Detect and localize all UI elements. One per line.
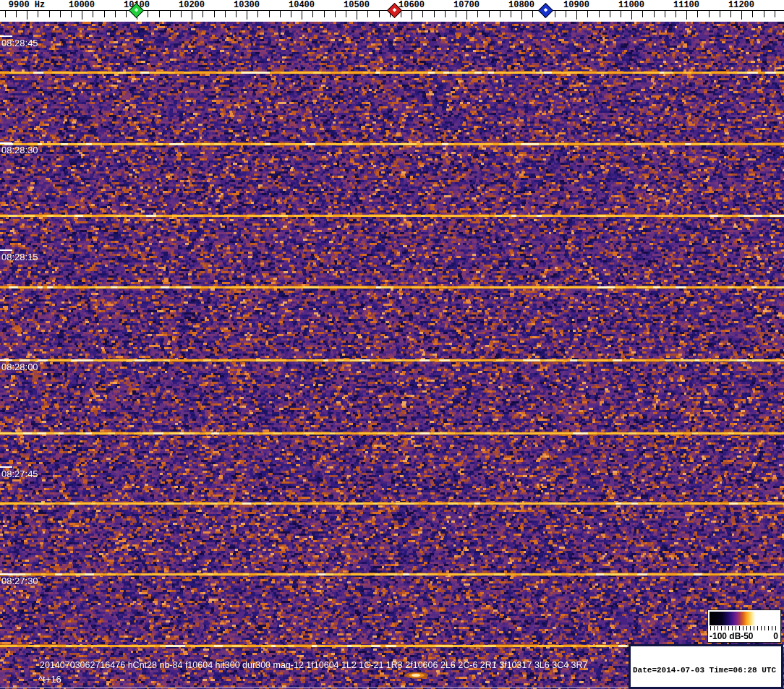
ruler-minor-tick — [181, 11, 182, 17]
ruler-minor-tick — [236, 11, 237, 17]
ruler-minor-tick — [587, 11, 588, 17]
ruler-minor-tick — [38, 11, 38, 17]
ruler-minor-tick — [346, 11, 346, 17]
ruler-minor-tick — [477, 11, 478, 17]
ruler-minor-tick — [60, 11, 61, 17]
ruler-major-tick — [686, 11, 687, 20]
ruler-minor-tick — [555, 11, 555, 17]
ruler-minor-tick — [665, 11, 665, 17]
ruler-minor-tick — [16, 11, 17, 17]
colorbar-gradient — [710, 612, 779, 625]
marker-blue-diamond[interactable] — [538, 3, 553, 18]
ruler-minor-tick — [445, 11, 446, 17]
ruler-major-tick — [247, 11, 247, 20]
ruler-label: 10200 — [179, 0, 205, 10]
ruler-minor-tick — [456, 11, 456, 17]
ruler-minor-tick — [697, 11, 698, 17]
ruler-minor-tick — [104, 11, 105, 17]
marker-blue-dot — [544, 8, 548, 12]
info-date-time: Date=2014-07-03 Time=06:28 UTC — [633, 666, 779, 675]
ruler-label: 11200 — [728, 0, 754, 10]
ruler-minor-tick — [126, 11, 127, 17]
marker-green-dot — [135, 8, 139, 12]
ruler-label: 10500 — [344, 0, 370, 10]
ruler-minor-tick — [434, 11, 435, 17]
spectrogram-canvas — [0, 22, 784, 689]
ruler-minor-tick — [280, 11, 281, 17]
ruler-minor-tick — [532, 11, 533, 17]
colorbar-label-mid: -50 — [741, 631, 753, 641]
colorbar-ticks — [710, 626, 779, 630]
ruler-minor-tick — [654, 11, 655, 17]
ruler-minor-tick — [599, 11, 600, 17]
ruler-minor-tick — [170, 11, 171, 17]
colorbar-label-max: 0 — [773, 631, 778, 641]
ruler-minor-tick — [379, 11, 380, 17]
ruler-major-tick — [631, 11, 632, 20]
ruler-label: 10400 — [289, 0, 315, 10]
observation-info-box: Date=2014-07-03 Time=06:28 UTC Freq=143 … — [629, 644, 783, 689]
ruler-minor-tick — [489, 11, 490, 17]
ruler-major-tick — [302, 11, 302, 20]
intensity-colorbar: -100 dB -50 0 — [707, 609, 781, 643]
ruler-minor-tick — [93, 11, 93, 17]
ruler-minor-tick — [71, 11, 72, 17]
ruler-major-tick — [521, 11, 522, 20]
ruler-major-tick — [466, 11, 467, 20]
meteor-spectrogram-app: 9900 Hz100001010010200103001040010500106… — [0, 0, 784, 689]
ruler-major-tick — [741, 11, 742, 20]
ruler-minor-tick — [621, 11, 621, 17]
ruler-minor-tick — [775, 11, 775, 17]
frequency-ruler: 9900 Hz100001010010200103001040010500106… — [0, 0, 784, 22]
ruler-major-tick — [357, 11, 357, 20]
ruler-minor-tick — [148, 11, 148, 17]
ruler-label: 10600 — [399, 0, 425, 10]
ruler-minor-tick — [422, 11, 423, 17]
ruler-minor-tick — [511, 11, 511, 17]
ruler-label: 10800 — [508, 0, 534, 10]
ruler-label: 10700 — [453, 0, 480, 10]
colorbar-label-min: -100 dB — [710, 631, 741, 641]
ruler-minor-tick — [335, 11, 336, 17]
ruler-minor-tick — [752, 11, 753, 17]
ruler-minor-tick — [676, 11, 676, 17]
ruler-label: 10900 — [563, 0, 589, 10]
ruler-minor-tick — [324, 11, 325, 17]
ruler-label: 10300 — [234, 0, 260, 10]
ruler-minor-tick — [764, 11, 764, 17]
marker-red-dot — [393, 8, 397, 12]
ruler-minor-tick — [642, 11, 643, 17]
ruler-major-tick — [192, 11, 192, 20]
ruler-major-tick — [576, 11, 577, 20]
ruler-minor-tick — [709, 11, 710, 17]
ruler-label: 9900 Hz — [9, 0, 45, 10]
ruler-minor-tick — [115, 11, 116, 17]
ruler-minor-tick — [225, 11, 226, 17]
ruler-major-tick — [412, 11, 412, 20]
ruler-minor-tick — [291, 11, 291, 17]
ruler-minor-tick — [49, 11, 50, 17]
ruler-minor-tick — [312, 11, 313, 17]
ruler-minor-tick — [566, 11, 566, 17]
colorbar-labels: -100 dB -50 0 — [710, 631, 779, 642]
ruler-minor-tick — [367, 11, 368, 17]
ruler-minor-tick — [610, 11, 610, 17]
ruler-major-tick — [27, 11, 27, 20]
ruler-minor-tick — [214, 11, 215, 17]
ruler-minor-tick — [720, 11, 720, 17]
ruler-label: 10000 — [69, 0, 95, 10]
ruler-minor-tick — [203, 11, 203, 17]
ruler-minor-tick — [730, 11, 731, 17]
ruler-minor-tick — [159, 11, 160, 17]
ruler-label: 11000 — [618, 0, 644, 10]
ruler-label: 11100 — [673, 0, 699, 10]
ruler-major-tick — [82, 11, 82, 20]
ruler-minor-tick — [257, 11, 258, 17]
ruler-minor-tick — [500, 11, 500, 17]
ruler-minor-tick — [5, 11, 6, 17]
ruler-minor-tick — [269, 11, 270, 17]
